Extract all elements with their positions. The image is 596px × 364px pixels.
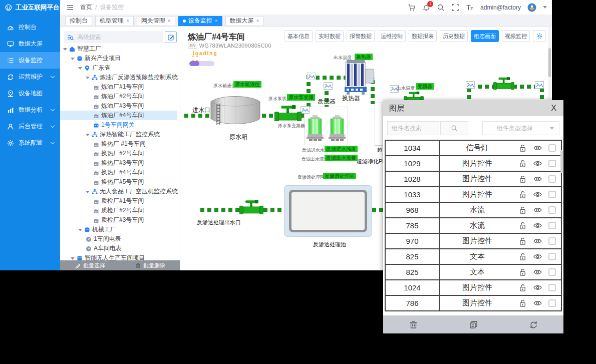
unlock-icon[interactable] (519, 206, 527, 214)
tree-edit-button[interactable] (165, 31, 177, 43)
fullscreen-icon[interactable] (451, 4, 459, 12)
layer-row[interactable]: 786图片控件 (385, 295, 562, 311)
canvas-scrollbar-thumb[interactable] (548, 48, 551, 77)
notification-bell[interactable]: 1 (422, 4, 430, 12)
eye-icon[interactable] (533, 160, 542, 167)
batch-delete-button[interactable]: 批量删除 (120, 260, 180, 270)
layer-row[interactable]: 825文本 (385, 248, 562, 265)
tree-node[interactable]: 炼油厂反渗透预除盐控制系统 (86, 73, 178, 82)
tree-node[interactable]: 换热厂 #1号车间 (93, 139, 146, 149)
ro-pool[interactable] (284, 185, 372, 237)
layer-search-box[interactable] (387, 121, 439, 135)
caret-down-icon[interactable] (86, 134, 90, 138)
tree-node[interactable]: 炼油厂#1号车间 (93, 82, 144, 92)
video-monitor-button[interactable]: 视频监控 (502, 30, 530, 42)
sidebar-item-device-monitor[interactable]: 设备监控 (0, 52, 60, 69)
tank-level-tag[interactable]: 原水箱液位 (233, 81, 261, 88)
close-icon[interactable]: × (215, 18, 218, 24)
unlock-icon[interactable] (519, 144, 527, 152)
layer-row[interactable]: 1029图片控件 (385, 155, 562, 172)
layer-checkbox[interactable] (548, 284, 556, 291)
sidebar-item-device-map[interactable]: 设备地图 (0, 85, 60, 102)
delete-layers-icon[interactable] (409, 320, 418, 329)
layer-checkbox[interactable] (548, 175, 556, 183)
tree-node[interactable]: 炼油厂#3号车间 (93, 101, 144, 111)
tree-node[interactable]: 无人食品工厂空压机监控系统 (86, 187, 178, 196)
layer-row[interactable]: 970图片控件 (385, 233, 562, 249)
layer-row[interactable]: 1033图片控件 (385, 186, 562, 203)
tree-node[interactable]: 质检厂#1号车间 (93, 196, 144, 206)
eye-icon[interactable] (533, 238, 542, 244)
eye-icon[interactable] (533, 300, 542, 306)
valve[interactable] (493, 75, 514, 91)
caret-down-icon[interactable] (86, 77, 90, 81)
user-menu-caret-icon[interactable] (543, 6, 547, 11)
caret-down-icon[interactable] (86, 191, 90, 195)
tree-node[interactable]: 换热厂#5号车间 (93, 177, 144, 187)
tree-node[interactable]: 换热厂#2号车间 (93, 149, 144, 158)
tree-node[interactable]: 1号车间网关 (93, 120, 135, 130)
tree-node[interactable]: A车间电表 (86, 244, 122, 253)
tree-node[interactable]: 智慧工厂 (63, 44, 101, 54)
cart-icon[interactable] (408, 4, 416, 12)
canvas-settings-button[interactable] (533, 30, 546, 42)
collapse-menu-icon[interactable] (66, 4, 74, 12)
layer-checkbox[interactable] (548, 222, 556, 229)
df-in-tag[interactable]: 盘滤进水浊度 (325, 146, 358, 152)
layer-row[interactable]: 1028图片控件 (385, 171, 562, 187)
font-size-icon[interactable] (466, 4, 474, 12)
avatar[interactable] (527, 3, 536, 12)
eye-icon[interactable] (533, 207, 542, 213)
layer-checkbox[interactable] (548, 237, 556, 245)
realtime-data-button[interactable]: 实时数据 (316, 30, 344, 42)
eye-icon[interactable] (533, 284, 542, 291)
eye-icon[interactable] (533, 176, 542, 182)
tree-node-selected[interactable]: 炼油厂#4号车间 (93, 111, 144, 120)
tree-search-box[interactable] (64, 31, 163, 43)
basic-info-button[interactable]: 基本信息 (284, 30, 313, 42)
sidebar-item-console[interactable]: 控制台 (0, 19, 60, 36)
unlock-icon[interactable] (519, 237, 527, 245)
layer-checkbox[interactable] (548, 144, 556, 152)
history-data-button[interactable]: 历史数据 (440, 30, 468, 42)
close-icon[interactable]: × (168, 18, 171, 24)
heat-exchanger[interactable] (343, 60, 374, 97)
user-email[interactable]: admin@factory (480, 4, 521, 11)
search-icon[interactable] (437, 4, 445, 12)
tree-node[interactable]: 换热厂#4号车间 (93, 168, 144, 177)
layer-checkbox[interactable] (548, 160, 556, 167)
layer-checkbox[interactable] (548, 191, 556, 198)
tab-console[interactable]: 控制台 (65, 16, 92, 26)
pump-valve[interactable] (274, 105, 302, 121)
hmi-screen-button[interactable]: 组态画面 (471, 30, 499, 42)
tree-node[interactable]: 广东省 (78, 63, 110, 73)
filter-canister[interactable] (329, 115, 346, 141)
caret-down-icon[interactable] (63, 48, 67, 53)
ops-control-button[interactable]: 运维控制 (378, 30, 406, 42)
batch-select-button[interactable]: 批量选择 (60, 260, 120, 270)
refresh-layers-icon[interactable] (529, 320, 538, 329)
unlock-icon[interactable] (519, 268, 527, 276)
unlock-icon[interactable] (519, 222, 527, 230)
tab-gateway-mgmt[interactable]: 网关管理× (137, 16, 175, 26)
unlock-icon[interactable] (519, 284, 527, 292)
close-icon[interactable]: X (551, 104, 556, 113)
tree-node[interactable]: 新兴产业项目 (71, 54, 121, 63)
layer-type-select[interactable]: 组件类型选择 (482, 121, 559, 135)
caret-down-icon[interactable] (78, 229, 82, 233)
layer-row[interactable]: 1024图片控件 (385, 279, 562, 296)
close-icon[interactable]: × (256, 18, 259, 24)
sidebar-item-operations[interactable]: 运营维护 (0, 69, 60, 85)
tree-node[interactable]: 质检厂#3号车间 (93, 215, 144, 225)
close-icon[interactable]: × (126, 18, 129, 24)
sidebar-item-system-config[interactable]: 系统配置 (0, 135, 60, 151)
tree-node[interactable]: 炼油厂#2号车间 (93, 92, 144, 101)
sidebar-item-data-screen[interactable]: 数据大屏 (0, 36, 60, 52)
eye-icon[interactable] (533, 253, 542, 260)
layers-panel-header[interactable]: 图层 X (383, 100, 563, 116)
tree-node[interactable]: 1车间电表 (86, 234, 121, 244)
caret-down-icon[interactable] (78, 67, 82, 72)
tab-device-monitor[interactable]: 设备监控× (178, 16, 222, 26)
df-out-tag[interactable]: 盘滤出水流量 (325, 155, 358, 161)
layer-checkbox[interactable] (548, 268, 556, 276)
